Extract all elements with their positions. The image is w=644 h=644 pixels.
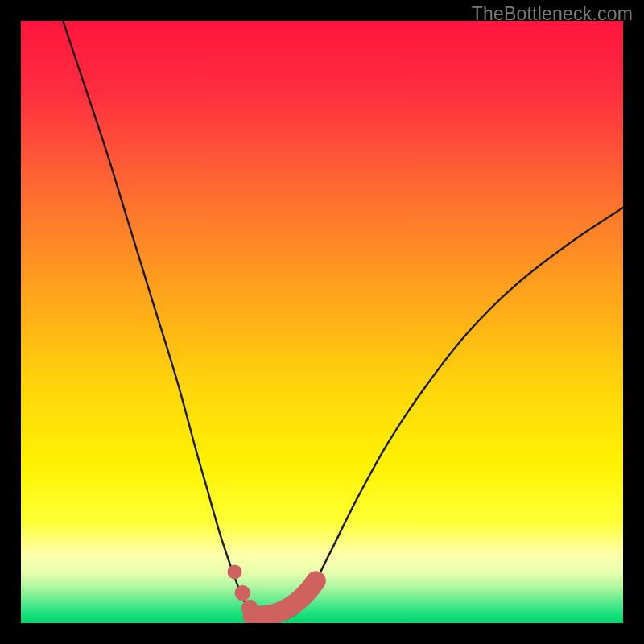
watermark-text: TheBottleneck.com [472,3,633,25]
curve-layer [21,21,623,623]
valley-sausage [253,581,316,617]
chart-frame: TheBottleneck.com [0,0,644,644]
valley-dot [235,585,250,601]
valley-dot [228,564,242,579]
bottleneck-curve [63,21,623,620]
valley-markers [228,564,316,616]
plot-area [21,21,623,623]
